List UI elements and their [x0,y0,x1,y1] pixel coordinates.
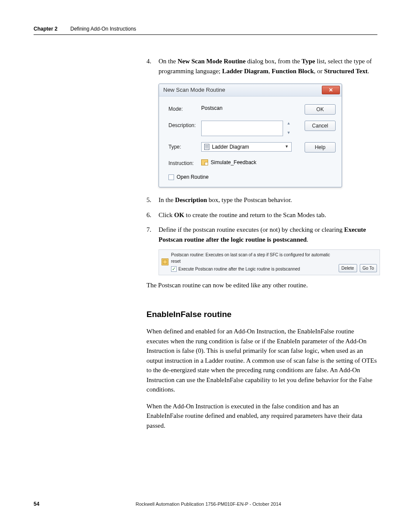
chevron-down-icon: ▼ [286,130,292,136]
dialog-title: New Scan Mode Routine [163,86,225,94]
open-routine-label: Open Routine [177,173,209,181]
step-4: 4. On the New Scan Mode Routine dialog b… [146,56,377,76]
mode-value: Postscan [201,104,300,112]
snippet-line2: Execute Postscan routine after the Logic… [178,266,300,272]
section-heading: EnableInFalse routine [146,308,377,321]
snippet-line1: Postscan routine: Executes on last scan … [171,252,336,264]
close-button[interactable]: ✕ [322,86,340,94]
step-number: 6. [146,210,159,220]
help-button[interactable]: Help [305,142,336,152]
close-icon: ✕ [329,86,333,94]
execute-postscan-checkbox[interactable] [171,266,177,272]
instruction-label: Instruction: [168,159,201,167]
publication-info: Rockwell Automation Publication 1756-PM0… [39,501,377,507]
step-number: 5. [146,195,159,205]
type-label: Type: [168,142,201,151]
instruction-value: Simulate_Feedback [211,159,256,166]
type-value: Ladder Diagram [212,143,249,151]
mode-label: Mode: [168,104,201,113]
step-body: On the New Scan Mode Routine dialog box,… [159,56,377,76]
chevron-up-icon: ▲ [286,121,292,127]
paragraph: The Postscan routine can now be edited l… [146,280,377,290]
instruction-icon [201,159,208,165]
ladder-diagram-icon [204,144,209,150]
step-body: Click OK to create the routine and retur… [159,210,377,220]
step-5: 5. In the Description box, type the Post… [146,195,377,205]
paragraph: When the Add-On Instruction is executed … [146,401,377,431]
description-input[interactable] [201,121,283,136]
page-header: Chapter 2 Defining Add-On Instructions [34,26,377,35]
chevron-down-icon: ▼ [285,144,289,150]
ok-button[interactable]: OK [305,104,336,115]
page-footer: 54 Rockwell Automation Publication 1756-… [34,501,377,507]
step-body: Define if the postscan routine executes … [159,225,377,244]
type-select[interactable]: Ladder Diagram ▼ [201,142,292,152]
goto-button[interactable]: Go To [360,264,377,272]
cancel-button[interactable]: Cancel [305,121,336,131]
new-scan-mode-routine-dialog: New Scan Mode Routine ✕ Mode: Postscan O… [159,84,342,187]
routine-icon [162,258,168,265]
dialog-titlebar: New Scan Mode Routine ✕ [159,84,342,96]
chapter-label: Chapter 2 [34,26,57,32]
delete-button[interactable]: Delete [339,264,357,272]
postscan-routine-panel: Postscan routine: Executes on last scan … [159,249,380,275]
step-7: 7. Define if the postscan routine execut… [146,225,377,244]
paragraph: When defined and enabled for an Add-On I… [146,327,377,395]
description-label: Description: [168,121,201,129]
step-number: 7. [146,225,159,244]
chapter-title: Defining Add-On Instructions [70,26,136,32]
step-number: 4. [146,56,159,76]
step-body: In the Description box, type the Postsca… [159,195,377,205]
page-number: 54 [34,501,39,507]
step-6: 6. Click OK to create the routine and re… [146,210,377,220]
open-routine-checkbox[interactable] [168,174,174,180]
scrollbar[interactable]: ▲ ▼ [286,121,292,136]
